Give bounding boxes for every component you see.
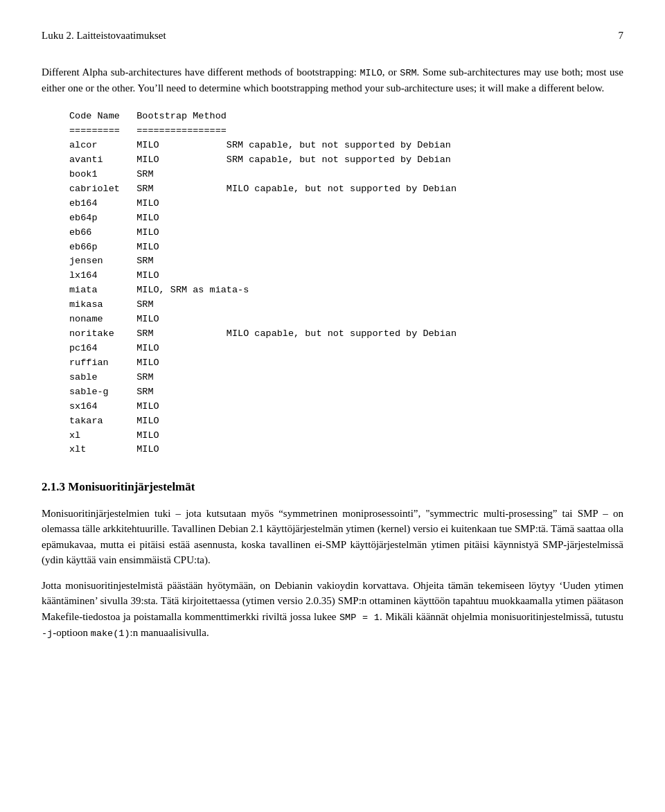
paragraph-1: Different Alpha sub-architectures have d… xyxy=(42,64,623,96)
section-213-p1: Monisuoritinjärjestelmien tuki – jota ku… xyxy=(42,506,623,568)
s213-p1-text: Monisuoritinjärjestelmien tuki – jota ku… xyxy=(42,508,623,566)
section-213-heading: 2.1.3 Monisuoritinjärjestelmät xyxy=(42,478,623,496)
s213-p2-text3: -optioon xyxy=(53,627,91,638)
p1-text1: Different Alpha sub-architectures have d… xyxy=(42,67,360,78)
s213-p2-code2: -j xyxy=(42,628,53,639)
p1-inline-code2: SRM xyxy=(400,68,416,78)
p1-text2: , or xyxy=(382,67,400,78)
chapter-title: Luku 2. Laitteistovaatimukset xyxy=(42,28,166,44)
section-213-p2: Jotta monisuoritinjestelmistä päästään h… xyxy=(42,578,623,642)
s213-p2-text4: :n manuaalisivulla. xyxy=(130,627,209,638)
page-number: 7 xyxy=(619,28,624,44)
code-table: Code Name Bootstrap Method ========= ===… xyxy=(69,109,623,457)
page-header: Luku 2. Laitteistovaatimukset 7 xyxy=(42,28,623,44)
s213-p2-text2: . Mikäli käännät ohjelmia monisuoritinje… xyxy=(380,611,623,622)
p1-inline-code1: MILO xyxy=(360,68,382,78)
s213-p2-code1: SMP = 1 xyxy=(339,612,380,623)
s213-p2-code3: make(1) xyxy=(91,628,130,639)
